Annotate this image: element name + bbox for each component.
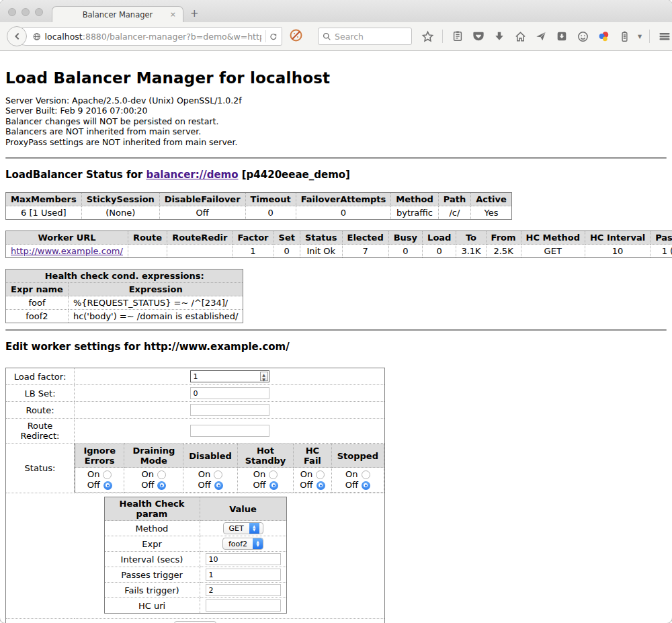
close-window-button[interactable] <box>8 8 16 16</box>
status-toggle-table: Ignore Errors Draining Mode Disabled Hot… <box>75 444 384 493</box>
select-arrows-icon: ▲▼ <box>249 523 259 534</box>
hc-expr-select[interactable]: foof2▲▼ <box>222 538 263 550</box>
colored-dots-icon[interactable] <box>596 29 611 44</box>
hc-method-select[interactable]: GET▲▼ <box>223 522 263 534</box>
load-factor-label: Load factor: <box>6 368 75 385</box>
worker-header-row: Worker URL Route RouteRedir Factor Set S… <box>6 231 672 245</box>
page-content: Load Balancer Manager for localhost Serv… <box>0 69 672 623</box>
reading-list-icon[interactable] <box>450 29 465 44</box>
server-built-line: Server Built: Feb 9 2016 07:00:20 <box>5 106 667 116</box>
draining-mode-off-radio[interactable] <box>157 481 166 490</box>
status-label: Status: <box>6 444 75 493</box>
zoom-window-button[interactable] <box>35 8 43 16</box>
hc-value-header: Value <box>200 497 286 521</box>
disabled-radios: On Off <box>183 468 238 493</box>
expr-row-foof2: foof2 hc('body') =~ /domain is establish… <box>6 310 243 323</box>
hot-standby-off-radio[interactable] <box>269 481 278 490</box>
bookmark-star-icon[interactable] <box>420 29 435 44</box>
divider <box>5 157 667 159</box>
balancer-demo-link[interactable]: balancer://demo <box>146 169 238 181</box>
send-tab-icon[interactable] <box>534 29 548 44</box>
number-stepper-icon[interactable]: ▲▼ <box>260 372 268 381</box>
lb-set-input[interactable] <box>190 387 269 399</box>
stopped-radios: On Off <box>331 468 384 493</box>
draining-mode-radios: On Off <box>124 468 183 493</box>
hc-uri-input[interactable] <box>206 599 281 612</box>
hc-fails-input[interactable] <box>206 584 281 596</box>
download-icon[interactable] <box>492 29 507 44</box>
stopped-off-radio[interactable] <box>362 481 370 490</box>
search-icon <box>323 32 331 41</box>
hc-expr-row: Expr foof2▲▼ <box>104 536 286 552</box>
url-text[interactable]: localhost:8880/balancer-manager?b=demo&w… <box>45 32 261 42</box>
load-factor-row: Load factor: ▲▼ <box>6 368 385 385</box>
ignore-errors-on-radio[interactable] <box>103 470 112 479</box>
hc-passes-input[interactable] <box>206 569 281 581</box>
worker-status-table: Worker URL Route RouteRedir Factor Set S… <box>5 231 672 258</box>
worker-url-link[interactable]: http://www.example.com/ <box>11 246 123 256</box>
route-row: Route: <box>6 402 385 419</box>
ignore-errors-off-radio[interactable] <box>103 481 112 490</box>
hc-uri-row: HC uri <box>104 598 286 614</box>
search-input[interactable]: Search <box>318 28 412 45</box>
balancer-status-heading: LoadBalancer Status for balancer://demo … <box>5 169 667 181</box>
route-redirect-row: Route Redirect: <box>6 419 385 444</box>
window-controls[interactable] <box>8 8 43 16</box>
save-page-icon[interactable] <box>554 29 569 44</box>
route-input[interactable] <box>190 404 269 416</box>
worker-data-row: http://www.example.com/ 1 0 Init Ok 7 0 … <box>6 245 672 258</box>
select-arrows-icon: ▲▼ <box>253 538 263 549</box>
url-bar[interactable]: localhost:8880/balancer-manager?b=demo&w… <box>16 27 282 46</box>
hc-fail-on-radio[interactable] <box>316 470 325 479</box>
minimize-window-button[interactable] <box>22 8 30 16</box>
hc-passes-row: Passes trigger <box>104 567 286 583</box>
disabled-off-radio[interactable] <box>214 481 223 490</box>
back-arrow-icon <box>12 32 22 41</box>
edit-worker-heading: Edit worker settings for http://www.exam… <box>5 341 667 353</box>
page-title: Load Balancer Manager for localhost <box>5 69 667 87</box>
draining-mode-on-radio[interactable] <box>157 470 166 479</box>
expr-table-title: Health check cond. expressions: <box>6 269 243 283</box>
server-version-line: Server Version: Apache/2.5.0-dev (Unix) … <box>5 95 667 106</box>
load-factor-input[interactable] <box>190 370 269 382</box>
pocket-icon[interactable] <box>471 29 486 44</box>
lb-set-label: LB Set: <box>6 385 75 402</box>
tab-close-icon[interactable]: × <box>170 10 176 19</box>
chat-smiley-icon[interactable] <box>575 29 590 44</box>
hc-method-row: Method GET▲▼ <box>104 521 286 536</box>
hot-standby-radios: On Off <box>237 468 293 493</box>
stopped-on-radio[interactable] <box>362 470 370 479</box>
balancer-status-table: MaxMembers StickySession DisableFailover… <box>5 192 512 220</box>
hc-interval-input[interactable] <box>206 553 281 565</box>
disabled-on-radio[interactable] <box>214 470 222 479</box>
hc-interval-row: Interval (secs) <box>104 552 286 567</box>
hc-fail-radios: On Off <box>294 468 332 493</box>
health-check-params-row: Health Check param Value Method GET▲▼ <box>6 493 385 619</box>
inherit-note-line: Balancers are NOT inherited from main se… <box>5 126 667 136</box>
menu-hamburger-icon[interactable] <box>657 29 672 44</box>
edit-worker-form: Load factor: ▲▼ LB Set: Route: Route Red… <box>5 368 385 623</box>
navigation-toolbar: localhost:8880/balancer-manager?b=demo&w… <box>0 22 672 51</box>
home-icon[interactable] <box>513 29 528 44</box>
new-tab-button[interactable]: + <box>190 7 199 19</box>
overflow-caret-icon[interactable]: ▼ <box>638 34 642 40</box>
health-check-expressions-table: Health check cond. expressions: Expr nam… <box>5 269 243 323</box>
ignore-errors-radios: On Off <box>75 468 124 493</box>
hc-fail-off-radio[interactable] <box>317 481 325 490</box>
browser-window: Balancer Manager × + localhost:8880/bala… <box>0 0 672 623</box>
expr-header-row: Expr name Expression <box>6 283 243 296</box>
reload-icon[interactable] <box>269 32 278 42</box>
balancer-header-row: MaxMembers StickySession DisableFailover… <box>6 193 512 206</box>
battery-extension-icon[interactable] <box>617 29 632 44</box>
proxypass-note-line: ProxyPass settings are NOT inherited fro… <box>5 137 667 147</box>
hot-standby-on-radio[interactable] <box>269 470 278 479</box>
back-button[interactable] <box>7 26 27 46</box>
tab-balancer-manager[interactable]: Balancer Manager × <box>52 6 183 22</box>
tab-title: Balancer Manager <box>83 10 153 19</box>
adblock-disabled-icon[interactable] <box>289 28 303 45</box>
globe-icon <box>33 32 41 42</box>
route-redirect-input[interactable] <box>190 425 269 437</box>
expr-row-foof: foof %{REQUEST_STATUS} =~ /^[234]/ <box>6 296 243 310</box>
route-label: Route: <box>6 402 75 419</box>
server-info: Server Version: Apache/2.5.0-dev (Unix) … <box>5 95 667 147</box>
